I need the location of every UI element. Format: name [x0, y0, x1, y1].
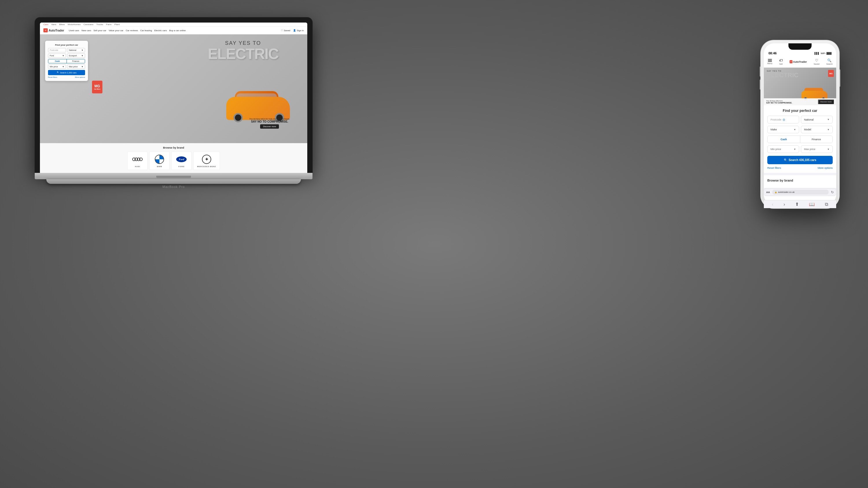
- mobile-max-price[interactable]: Max price ▼: [801, 145, 833, 153]
- top-nav-cars[interactable]: Cars: [43, 23, 48, 26]
- mobile-logo-text: AutoTrader: [793, 60, 807, 63]
- nav-sell[interactable]: Sell your car: [93, 29, 106, 32]
- saved-label[interactable]: Saved: [814, 63, 819, 65]
- safari-reload-btn[interactable]: ↻: [831, 190, 834, 194]
- mobile-logo[interactable]: ≡ AutoTrader: [789, 60, 807, 63]
- top-nav-bikes[interactable]: Bikes: [59, 23, 65, 26]
- nav-saved[interactable]: ♡ Saved: [281, 29, 290, 32]
- audi-label: AUDI: [135, 166, 140, 167]
- browse-section: Browse by brand AUDI: [40, 143, 307, 173]
- mobile-header: Menu 🏷 Sell ≡ AutoTrader ♡ Saved 🔍 Searc…: [764, 56, 836, 68]
- sell-label[interactable]: Sell: [779, 63, 783, 65]
- discover-more-btn[interactable]: Discover more: [260, 124, 279, 129]
- safari-url-bar-container: AA 🔒 autotrader.co.uk ↻: [764, 189, 836, 196]
- mobile-banner-caption: The All-New MG4 EV. SAY NO TO COMPROMISE…: [766, 100, 792, 104]
- mobile-more-options[interactable]: More options: [818, 166, 833, 169]
- mobile-reset-filters[interactable]: Reset filters: [767, 166, 781, 169]
- mobile-logo-icon: ≡: [789, 60, 793, 63]
- safari-nav-bar: ‹ › ⬆ 📖 ⧉: [764, 200, 836, 205]
- nav-signin[interactable]: 👤 Sign in: [293, 29, 304, 32]
- mobile-find-car-title: Find your perfect car: [767, 109, 833, 113]
- make-select[interactable]: Ford ▼: [48, 54, 66, 58]
- iphone-vol-down-button[interactable]: [760, 79, 761, 90]
- sell-icon: 🏷: [779, 58, 783, 62]
- nav-leasing[interactable]: Car leasing: [140, 29, 152, 32]
- hamburger-icon[interactable]: [768, 59, 772, 62]
- mercedes-logo: ✦: [202, 155, 211, 164]
- car-wheel-left: [234, 113, 243, 122]
- share-btn[interactable]: ⬆: [795, 201, 799, 205]
- mobile-content[interactable]: SAY YES TO ELECTRIC MG The All-: [764, 68, 836, 195]
- mobile-mg-letters: MG: [829, 72, 832, 74]
- brand-card-bmw[interactable]: BMW: [149, 152, 169, 170]
- finance-btn[interactable]: Finance: [67, 59, 85, 63]
- nav-buy-online[interactable]: Buy a car online: [169, 29, 186, 32]
- mobile-min-price[interactable]: Min price ▼: [767, 145, 799, 153]
- tabs-btn[interactable]: ⧉: [825, 202, 828, 205]
- mercedes-label: MERCEDES-BENZ: [197, 166, 216, 167]
- top-nav-caravans[interactable]: Caravans: [84, 23, 93, 26]
- iphone-screen: 08:46 ▌▌▌ WiFi ▓▓▓ Menu: [764, 43, 836, 205]
- mobile-postcode-input[interactable]: Postcode ◎: [767, 116, 799, 124]
- brand-card-mercedes[interactable]: ✦ MERCEDES-BENZ: [193, 152, 220, 170]
- model-select[interactable]: Ecosport ▼: [67, 54, 85, 58]
- postcode-input[interactable]: Postcode: [48, 48, 66, 52]
- mg-badge[interactable]: MG Get More: [92, 80, 102, 93]
- nav-used-cars[interactable]: Used cars: [69, 29, 79, 32]
- search-label[interactable]: Search: [826, 63, 833, 65]
- nav-electric[interactable]: Electric cars: [154, 29, 167, 32]
- iphone-power-button[interactable]: [839, 69, 840, 87]
- top-nav-trucks[interactable]: Trucks: [96, 23, 103, 26]
- brand-grid: AUDI BMW: [43, 152, 304, 170]
- mobile-search-btn[interactable]: 🔍 Search 436,105 cars: [767, 156, 833, 164]
- hero-section: MG Get More Find your perfect car Postco…: [40, 34, 307, 143]
- bookmarks-btn[interactable]: 📖: [809, 201, 815, 205]
- max-price-select[interactable]: Max price ▼: [67, 64, 85, 69]
- iphone-vol-up-button[interactable]: [760, 66, 761, 76]
- cash-btn[interactable]: Cash: [48, 59, 67, 63]
- reset-filters-link[interactable]: Reset filters: [48, 76, 57, 78]
- discover-more-mobile-btn[interactable]: Discover more: [818, 99, 834, 104]
- top-nav-plant[interactable]: Plant: [114, 23, 120, 26]
- brand-card-audi[interactable]: AUDI: [127, 152, 148, 170]
- mobile-model-select[interactable]: Model ▼: [801, 126, 833, 133]
- mobile-make-select[interactable]: Make ▼: [767, 126, 799, 133]
- mobile-location-select[interactable]: National ▼: [801, 116, 833, 124]
- autotrader-logo[interactable]: ≡ AutoTrader: [43, 28, 64, 32]
- mobile-make-placeholder: Make: [771, 128, 777, 131]
- forward-btn[interactable]: ›: [783, 202, 785, 205]
- mobile-saved-group: ♡ Saved: [814, 58, 819, 65]
- mobile-cash-btn[interactable]: Cash: [768, 136, 800, 143]
- find-car-title: Find your perfect car: [48, 44, 85, 46]
- nav-reviews[interactable]: Car reviews: [126, 29, 138, 32]
- mobile-browse-title: Browse by brand: [767, 178, 833, 182]
- at-logo-icon: ≡: [43, 28, 48, 32]
- nav-new-cars[interactable]: New cars: [82, 29, 91, 32]
- safari-url-field[interactable]: 🔒 autotrader.co.uk: [772, 190, 829, 195]
- menu-line-3: [768, 61, 772, 62]
- find-car-widget: Find your perfect car Postcode National …: [45, 41, 88, 81]
- iphone-notch: [788, 43, 812, 50]
- make-model-row: Ford ▼ Ecosport ▼: [48, 54, 85, 58]
- mobile-browse-section: Browse by brand: [764, 175, 836, 188]
- top-nav-motorhomes[interactable]: Motorhomes: [68, 23, 81, 26]
- mg-letters: MG: [94, 84, 100, 88]
- safari-font-size-btn[interactable]: AA: [766, 191, 770, 194]
- macbook-foot: [46, 179, 301, 184]
- search-button[interactable]: 🔍 Search 2,353 cars: [48, 70, 85, 75]
- postcode-placeholder: Postcode: [50, 49, 58, 51]
- more-options-link[interactable]: More options: [75, 76, 85, 78]
- lock-icon: 🔒: [775, 191, 777, 193]
- location-select[interactable]: National ▼: [67, 48, 85, 52]
- brand-card-ford[interactable]: Ford FORD: [171, 152, 191, 170]
- mercedes-logo-container: ✦: [202, 154, 212, 164]
- max-price-label: Max price: [69, 66, 78, 68]
- mobile-finance-btn[interactable]: Finance: [800, 136, 833, 143]
- back-btn[interactable]: ‹: [772, 202, 773, 205]
- nav-value[interactable]: Value your car: [108, 29, 123, 32]
- top-nav-farm[interactable]: Farm: [106, 23, 112, 26]
- top-nav-vans[interactable]: Vans: [51, 23, 56, 26]
- min-price-select[interactable]: Min price ▼: [48, 64, 66, 69]
- mobile-postcode-row: Postcode ◎ National ▼: [767, 116, 833, 124]
- nav-right: ♡ Saved 👤 Sign in: [281, 29, 304, 32]
